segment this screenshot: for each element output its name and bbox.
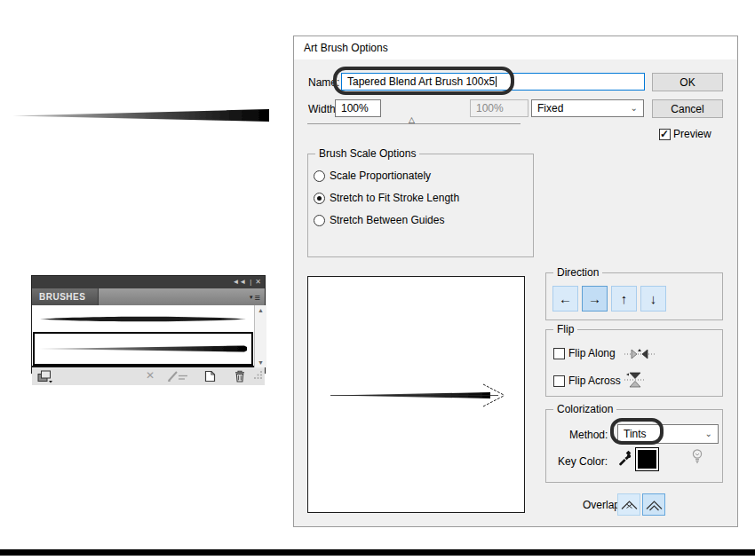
brush-list: [32, 305, 254, 367]
brush-thumbnail: [37, 344, 249, 353]
radio-label: Stretch to Fit Stroke Length: [330, 192, 459, 204]
radio-label: Scale Proportionately: [330, 170, 431, 182]
flip-along-label: Flip Along: [568, 347, 616, 359]
flip-legend: Flip: [553, 323, 577, 335]
delete-brush-trash-icon[interactable]: [234, 370, 245, 383]
overlap-no-adjust-button[interactable]: [617, 493, 640, 516]
width-secondary-input: 100%: [470, 99, 528, 117]
chevron-down-icon: ⌄: [705, 425, 712, 443]
direction-legend: Direction: [553, 266, 602, 279]
overlap-adjust-icon: [646, 499, 663, 511]
text-caret: [496, 76, 497, 87]
panel-menu-arrow: ▼: [249, 295, 254, 300]
width-input[interactable]: 100%: [335, 99, 381, 117]
flip-across-icon: [624, 371, 644, 389]
flip-along-icon: [624, 348, 655, 360]
key-color-swatch[interactable]: [635, 447, 659, 471]
preview-checkbox[interactable]: [659, 129, 671, 140]
close-panel-icon[interactable]: ✕: [255, 276, 261, 288]
brush-list-scrollbar[interactable]: ▲ ▼: [254, 305, 266, 367]
tab-brushes[interactable]: BRUSHES: [32, 288, 99, 305]
illustrator-workspace: ◄◄ | ✕ BRUSHES ▼ ≡: [0, 0, 755, 560]
cancel-button[interactable]: Cancel: [652, 99, 723, 118]
brushes-panel-tabbar: BRUSHES ▼ ≡: [32, 288, 265, 305]
options-of-selected-object-icon[interactable]: [167, 370, 188, 383]
radio-icon[interactable]: [314, 193, 325, 204]
flip-along-row[interactable]: Flip Along: [553, 347, 616, 359]
overlap-adjust-button[interactable]: [642, 493, 665, 516]
brush-preview-box: [307, 276, 525, 513]
radio-label: Stretch Between Guides: [330, 214, 444, 226]
new-brush-icon[interactable]: [204, 370, 216, 383]
panel-menu-icon[interactable]: ▼ ≡: [249, 288, 265, 305]
panel-menu-lines: ≡: [255, 292, 260, 303]
titlebar-divider: |: [250, 276, 251, 288]
width-mode-value: Fixed: [537, 102, 563, 114]
ok-button[interactable]: OK: [652, 73, 723, 91]
artwork-tapered-stroke[interactable]: [12, 106, 271, 124]
panel-resize-grip[interactable]: [253, 370, 263, 381]
brush-item-tapered-both-ends[interactable]: [32, 305, 254, 332]
colorization-group: Colorization: [545, 409, 723, 483]
direction-up-button[interactable]: ↑: [611, 286, 637, 312]
name-input[interactable]: Tapered Blend Art Brush 100x5: [341, 73, 645, 91]
radio-stretch-between-guides[interactable]: Stretch Between Guides: [314, 214, 444, 226]
name-input-value: Tapered Blend Art Brush 100x5: [347, 75, 495, 88]
direction-right-button[interactable]: →: [582, 286, 608, 312]
direction-down-button[interactable]: ↓: [640, 286, 666, 312]
method-label: Method:: [569, 429, 608, 441]
width-slider-marker[interactable]: △: [409, 115, 415, 124]
brush-scale-options-legend: Brush Scale Options: [315, 147, 419, 160]
flip-across-label: Flip Across: [568, 375, 621, 387]
brushes-panel: ◄◄ | ✕ BRUSHES ▼ ≡: [31, 275, 266, 374]
key-color-label: Key Color:: [558, 455, 608, 468]
brushes-panel-titlebar[interactable]: ◄◄ | ✕: [32, 276, 265, 288]
bottom-black-bar: [0, 549, 755, 556]
preview-checkbox-row[interactable]: Preview: [659, 128, 711, 140]
brush-item-tapered-selected[interactable]: [33, 332, 253, 366]
method-dropdown[interactable]: Tints ⌄: [617, 424, 719, 444]
colorization-legend: Colorization: [553, 403, 616, 415]
collapse-panel-icon[interactable]: ◄◄: [232, 276, 246, 288]
name-label: Name:: [308, 76, 339, 89]
radio-icon[interactable]: [314, 215, 325, 226]
eyedropper-icon[interactable]: [617, 449, 632, 466]
scroll-up-icon[interactable]: ▲: [258, 305, 264, 315]
art-brush-options-dialog: Art Brush Options Name: Tapered Blend Ar…: [293, 35, 738, 527]
flip-across-row[interactable]: Flip Across: [553, 375, 621, 387]
chevron-down-icon: ⌄: [631, 100, 638, 116]
brush-preview-arrow: [308, 277, 524, 512]
tab-brushes-label: BRUSHES: [39, 292, 85, 302]
width-mode-dropdown[interactable]: Fixed ⌄: [531, 99, 644, 117]
flip-across-checkbox[interactable]: [553, 375, 565, 387]
radio-icon[interactable]: [314, 170, 325, 182]
lightbulb-icon[interactable]: [690, 448, 704, 465]
overlap-no-adjust-icon: [621, 499, 638, 510]
radio-scale-proportionately[interactable]: Scale Proportionately: [314, 170, 431, 182]
scroll-down-icon[interactable]: ▼: [258, 358, 264, 367]
flip-along-checkbox[interactable]: [553, 348, 565, 359]
dialog-title[interactable]: Art Brush Options: [294, 36, 737, 59]
direction-left-button[interactable]: ←: [552, 286, 578, 312]
preview-label: Preview: [673, 128, 711, 140]
brush-thumbnail: [38, 315, 248, 323]
brushes-panel-footer: ✕: [32, 369, 265, 385]
width-label: Width:: [308, 103, 338, 115]
method-value: Tints: [624, 428, 647, 440]
remove-brush-stroke-icon[interactable]: ✕: [146, 369, 155, 382]
radio-stretch-to-fit[interactable]: Stretch to Fit Stroke Length: [314, 192, 459, 204]
brush-libraries-icon[interactable]: [37, 370, 54, 383]
